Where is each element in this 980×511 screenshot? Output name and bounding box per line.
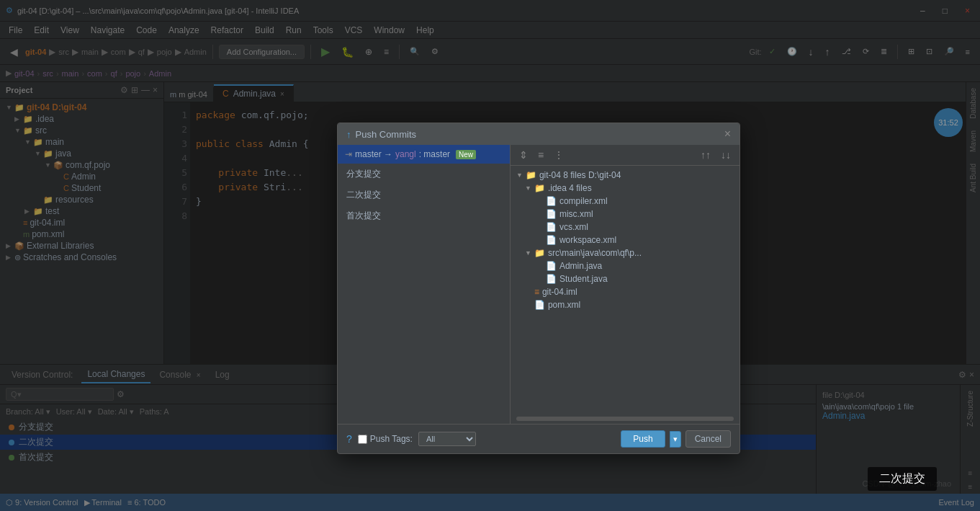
commit-second[interactable]: 二次提交 bbox=[338, 185, 510, 205]
branch-header[interactable]: ⇥ master → yangl : master New bbox=[338, 145, 510, 164]
iml-icon: ≡ bbox=[534, 287, 539, 297]
tree-arrow-icon: ▼ bbox=[525, 249, 531, 257]
folder-icon: 📁 bbox=[534, 248, 545, 258]
popup-commit-text: 二次提交 bbox=[868, 467, 937, 491]
push-commits-dialog: ↑ Push Commits × ⇥ master → yangl : mast… bbox=[337, 123, 740, 454]
commit-branch[interactable]: 分支提交 bbox=[338, 164, 510, 185]
more-btn[interactable]: ⋮ bbox=[551, 148, 567, 162]
commit-first[interactable]: 首次提交 bbox=[338, 205, 510, 226]
push-tags-label: Push Tags: bbox=[370, 434, 413, 444]
footer-right: Push ▾ Cancel bbox=[621, 430, 731, 448]
branch-arrow-icon: ⇥ bbox=[345, 149, 352, 159]
misc-label: misc.xml bbox=[559, 209, 593, 219]
modal-tree-workspace[interactable]: ▼ 📄 workspace.xml bbox=[513, 234, 737, 246]
modal-close-btn[interactable]: × bbox=[724, 128, 731, 141]
folder-icon: 📁 bbox=[534, 183, 545, 193]
push-tags-select[interactable]: All bbox=[418, 432, 476, 446]
root-label: git-04 8 files D:\git-04 bbox=[539, 170, 621, 180]
modal-tree-git-iml[interactable]: ▼ ≡ git-04.iml bbox=[513, 285, 737, 298]
remote-branch: yangl bbox=[395, 149, 416, 159]
modal-tree-student[interactable]: ▼ 📄 Student.java bbox=[513, 272, 737, 285]
branch-new-badge: New bbox=[456, 150, 476, 159]
java-icon: 📄 bbox=[546, 261, 557, 271]
collapse-btn[interactable]: ↑↑ bbox=[698, 148, 714, 162]
xml-icon: 📄 bbox=[534, 300, 545, 310]
modal-title-text: Push Commits bbox=[356, 129, 417, 140]
folder-icon: 📁 bbox=[526, 170, 536, 180]
modal-body: ⇥ master → yangl : master New 分支提交 二次提交 … bbox=[338, 145, 740, 424]
src-label: src\main\java\com\qf\p... bbox=[548, 248, 642, 258]
modal-tree-admin[interactable]: ▼ 📄 Admin.java bbox=[513, 259, 737, 272]
xml-icon: 📄 bbox=[546, 222, 557, 232]
modal-commits-panel: ⇥ master → yangl : master New 分支提交 二次提交 … bbox=[338, 145, 511, 424]
workspace-label: workspace.xml bbox=[559, 235, 616, 245]
help-icon[interactable]: ? bbox=[346, 433, 352, 445]
branch-sep: : master bbox=[419, 149, 450, 159]
tree-arrow-icon: ▼ bbox=[516, 172, 523, 179]
admin-label: Admin.java bbox=[559, 261, 602, 271]
modal-tree-misc[interactable]: ▼ 📄 misc.xml bbox=[513, 208, 737, 221]
modal-title-bar: ↑ Push Commits × bbox=[338, 123, 740, 145]
pom-label: pom.xml bbox=[548, 300, 580, 310]
footer-left: ? Push Tags: All bbox=[346, 432, 476, 446]
iml-label: git-04.iml bbox=[542, 287, 577, 297]
xml-icon: 📄 bbox=[546, 235, 557, 245]
modal-tree-pom[interactable]: ▼ 📄 pom.xml bbox=[513, 298, 737, 311]
student-label: Student.java bbox=[559, 274, 608, 284]
modal-tree-root[interactable]: ▼ 📁 git-04 8 files D:\git-04 bbox=[513, 169, 737, 182]
modal-title: ↑ Push Commits bbox=[346, 129, 416, 140]
cancel-btn[interactable]: Cancel bbox=[685, 430, 731, 448]
java-icon: 📄 bbox=[546, 274, 557, 284]
expand-all-btn[interactable]: ⇕ bbox=[516, 148, 531, 162]
modal-tree-vcs[interactable]: ▼ 📄 vcs.xml bbox=[513, 221, 737, 234]
push-dropdown-btn[interactable]: ▾ bbox=[670, 431, 681, 448]
push-tags-checkbox-input[interactable] bbox=[358, 435, 367, 444]
modal-footer: ? Push Tags: All Push ▾ Cancel bbox=[338, 424, 740, 453]
expand-btn[interactable]: ↓↓ bbox=[718, 148, 734, 162]
modal-file-tree: ▼ 📁 git-04 8 files D:\git-04 ▼ 📁 .idea 4… bbox=[511, 166, 740, 417]
modal-tree-compiler[interactable]: ▼ 📄 compiler.xml bbox=[513, 195, 737, 208]
diff-btn[interactable]: ≡ bbox=[535, 148, 547, 162]
idea-label: .idea 4 files bbox=[548, 183, 592, 193]
vcs-label: vcs.xml bbox=[559, 222, 588, 232]
tree-arrow-icon: ▼ bbox=[525, 185, 531, 192]
commit-list: 分支提交 二次提交 首次提交 bbox=[338, 164, 510, 424]
modal-right-toolbar: ⇕ ≡ ⋮ ↑↑ ↓↓ bbox=[511, 145, 740, 166]
push-tags-checkbox[interactable]: Push Tags: bbox=[358, 434, 413, 444]
modal-overlay: ↑ Push Commits × ⇥ master → yangl : mast… bbox=[0, 0, 980, 511]
modal-scrollbar[interactable] bbox=[516, 417, 734, 421]
xml-icon: 📄 bbox=[546, 209, 557, 219]
xml-icon: 📄 bbox=[546, 196, 557, 206]
branch-text: master → bbox=[355, 149, 392, 159]
push-icon: ↑ bbox=[346, 129, 351, 140]
push-btn[interactable]: Push bbox=[621, 430, 665, 448]
modal-files-panel: ⇕ ≡ ⋮ ↑↑ ↓↓ ▼ 📁 git-04 8 files D:\git-04… bbox=[511, 145, 740, 424]
compiler-label: compiler.xml bbox=[559, 196, 608, 206]
modal-tree-idea[interactable]: ▼ 📁 .idea 4 files bbox=[513, 182, 737, 195]
modal-tree-src[interactable]: ▼ 📁 src\main\java\com\qf\p... bbox=[513, 246, 737, 259]
